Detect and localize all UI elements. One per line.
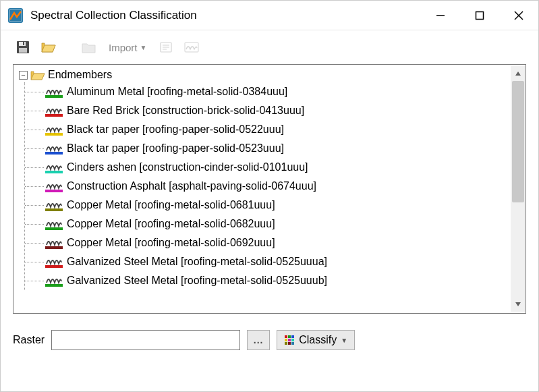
svg-rect-32 [285,342,287,345]
tree-item-label: Black tar paper [roofing-paper-solid-052… [67,142,284,155]
tree-item[interactable]: Bare Red Brick [construction-brick-solid… [25,101,520,120]
floppy-disk-icon [16,40,30,55]
raster-label: Raster [13,334,45,346]
folder-open-icon [40,40,57,55]
spectrum-item-icon [45,275,63,287]
tree-item[interactable]: Copper Metal [roofing-metal-solid-0681uu… [25,196,520,215]
tree-item-label: Black tar paper [roofing-paper-solid-052… [67,123,284,136]
spectrum-item-icon [45,86,63,98]
scroll-track[interactable] [511,81,526,297]
import-dropdown[interactable]: Import ▼ [105,37,150,57]
spectrum-item-icon [45,237,63,249]
tree-item-label: Aluminum Metal [roofing-metal-solid-0384… [67,86,287,98]
scrollbar[interactable] [511,66,526,312]
svg-rect-21 [45,208,63,211]
properties-button[interactable] [156,37,176,57]
spectrum-item-icon [45,105,63,117]
tree-item-label: Bare Red Brick [construction-brick-solid… [67,105,304,117]
tree-root-node[interactable]: − Endmembers [19,69,520,81]
window-controls [421,1,538,30]
classify-label: Classify [299,334,337,346]
spectrum-icon [183,40,200,55]
import-label: Import [109,42,138,53]
properties-icon [159,40,173,55]
tree-children: Aluminum Metal [roofing-metal-solid-0384… [24,82,520,290]
spectrum-item-icon [45,218,63,230]
svg-rect-30 [288,339,291,341]
svg-rect-3 [476,11,484,19]
raster-input[interactable] [51,330,240,350]
titlebar: Spectral Collection Classification [1,1,538,30]
tree-item[interactable]: Copper Metal [roofing-metal-solid-0682uu… [25,215,520,233]
open-button[interactable] [38,37,59,57]
classify-dropdown[interactable]: Classify ▼ [277,330,355,350]
minimize-button[interactable] [421,1,460,30]
tree-item[interactable]: Black tar paper [roofing-paper-solid-052… [25,139,520,158]
tree-item-label: Galvanized Steel Metal [roofing-metal-so… [67,275,327,287]
spectrum-item-icon [45,142,63,155]
svg-rect-16 [45,114,63,117]
spectrum-item-icon [45,256,63,268]
spectrum-item-icon [45,123,63,136]
tree-item-label: Galvanized Steel Metal [roofing-metal-so… [67,256,327,268]
maximize-button[interactable] [460,1,499,30]
svg-rect-24 [45,265,63,268]
tree-root-label: Endmembers [48,69,112,81]
app-icon [7,7,24,24]
tree-item-label: Copper Metal [roofing-metal-solid-0681uu… [67,199,275,211]
svg-rect-34 [291,342,294,345]
svg-rect-26 [285,335,287,338]
spectrum-item-icon [45,180,63,192]
tree-item-label: Construction Asphalt [asphalt-paving-sol… [67,180,316,192]
window-title: Spectral Collection Classification [30,9,421,22]
scroll-up-icon[interactable] [511,66,526,81]
classify-grid-icon [284,335,295,345]
tree-item[interactable]: Cinders ashen [construction-cinder-solid… [25,158,520,177]
spectrum-item-icon [45,161,63,173]
svg-rect-20 [45,190,63,192]
tree-item-label: Cinders ashen [construction-cinder-solid… [67,161,308,173]
save-button[interactable] [13,37,33,57]
tree-item-label: Copper Metal [roofing-metal-solid-0682uu… [67,218,275,230]
chevron-down-icon: ▼ [341,337,347,344]
browse-button[interactable]: ... [247,330,270,350]
svg-rect-29 [285,339,287,341]
toolbar: Import ▼ [1,30,538,64]
tree-panel: − Endmembers Aluminum Metal [roofing-met… [13,64,526,314]
scroll-thumb[interactable] [512,81,524,202]
import-folder-button[interactable] [79,37,99,57]
spectrum-button[interactable] [181,37,202,57]
collapse-icon[interactable]: − [19,71,28,80]
svg-rect-19 [45,171,63,173]
svg-rect-25 [45,284,63,287]
svg-rect-17 [45,133,63,136]
tree-item-label: Copper Metal [roofing-metal-solid-0692uu… [67,237,275,249]
svg-rect-22 [45,227,63,230]
close-button[interactable] [499,1,538,30]
tree-item[interactable]: Galvanized Steel Metal [roofing-metal-so… [25,252,520,271]
svg-rect-18 [45,152,63,155]
ellipsis-icon: ... [254,335,264,345]
svg-rect-15 [45,95,63,98]
folder-icon [81,40,97,55]
svg-rect-28 [291,335,294,338]
tree-content: − Endmembers Aluminum Metal [roofing-met… [13,65,526,313]
svg-rect-27 [288,335,291,338]
tree-item[interactable]: Aluminum Metal [roofing-metal-solid-0384… [25,82,520,101]
tree-item[interactable]: Copper Metal [roofing-metal-solid-0692uu… [25,233,520,252]
chevron-down-icon: ▼ [140,44,147,51]
svg-rect-33 [288,342,291,345]
svg-rect-8 [23,42,24,45]
tree-item[interactable]: Construction Asphalt [asphalt-paving-sol… [25,177,520,196]
svg-rect-7 [19,42,26,46]
bottom-bar: Raster ... Classify ▼ [1,314,538,350]
svg-rect-31 [291,339,294,341]
tree-item[interactable]: Galvanized Steel Metal [roofing-metal-so… [25,271,520,290]
scroll-down-icon[interactable] [511,297,526,312]
svg-rect-23 [45,246,63,249]
tree-item[interactable]: Black tar paper [roofing-paper-solid-052… [25,120,520,139]
svg-rect-9 [19,48,27,53]
spectrum-item-icon [45,199,63,211]
folder-open-icon [30,69,45,80]
